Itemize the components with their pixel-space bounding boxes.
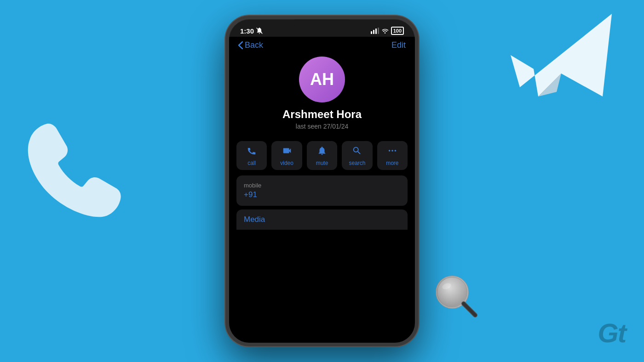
svg-point-12	[394, 150, 396, 152]
svg-point-10	[389, 150, 391, 152]
video-icon	[282, 146, 292, 158]
chevron-left-icon	[238, 41, 243, 49]
mute-button[interactable]: mute	[307, 141, 337, 170]
mobile-value[interactable]: +91	[244, 190, 400, 199]
edit-button[interactable]: Edit	[391, 40, 406, 50]
contact-last-seen: last seen 27/01/24	[296, 123, 348, 130]
mute-label: mute	[316, 160, 328, 166]
decorative-phone-icon	[28, 119, 147, 239]
svg-point-11	[391, 150, 393, 152]
mute-icon	[256, 27, 263, 34]
media-label: Media	[244, 215, 265, 224]
call-button[interactable]: call	[236, 141, 267, 170]
mobile-label: mobile	[244, 182, 400, 189]
more-button[interactable]: more	[377, 141, 408, 170]
decorative-magnifier-icon	[430, 270, 481, 321]
phone-device: 1:30 100	[225, 16, 419, 346]
call-icon	[247, 146, 257, 158]
phone-notch	[294, 19, 350, 32]
search-button[interactable]: search	[342, 141, 372, 170]
wifi-icon	[381, 28, 389, 34]
svg-rect-7	[373, 30, 374, 34]
gt-logo: Gt	[598, 317, 626, 348]
search-icon	[352, 146, 362, 158]
svg-rect-6	[371, 31, 372, 34]
decorative-telegram-icon	[501, 5, 630, 106]
back-button[interactable]: Back	[238, 40, 263, 50]
back-label: Back	[245, 40, 263, 50]
media-row[interactable]: Media	[236, 209, 408, 230]
svg-rect-8	[375, 28, 377, 34]
svg-rect-9	[378, 28, 379, 34]
contact-name: Arshmeet Hora	[282, 108, 362, 121]
more-icon	[387, 146, 397, 158]
nav-bar: Back Edit	[229, 37, 415, 52]
video-label: video	[280, 160, 293, 166]
search-label: search	[349, 160, 365, 166]
contact-avatar: AH	[299, 57, 345, 102]
time-display: 1:30	[240, 27, 254, 35]
contact-section: AH Arshmeet Hora last seen 27/01/24	[229, 52, 415, 137]
battery-display: 100	[391, 27, 404, 35]
more-label: more	[386, 160, 398, 166]
contact-info-card: mobile +91	[236, 175, 408, 206]
call-label: call	[247, 160, 256, 166]
status-left: 1:30	[240, 27, 263, 35]
svg-line-4	[464, 304, 475, 315]
screen-content: Back Edit AH Arshmeet Hora last seen 27/…	[229, 37, 415, 343]
actions-row: call video mute	[229, 137, 415, 175]
signal-icon	[371, 28, 379, 34]
edit-label: Edit	[391, 40, 406, 50]
status-right: 100	[371, 27, 404, 35]
avatar-initials: AH	[310, 70, 334, 89]
video-button[interactable]: video	[271, 141, 302, 170]
bell-icon	[317, 146, 327, 158]
